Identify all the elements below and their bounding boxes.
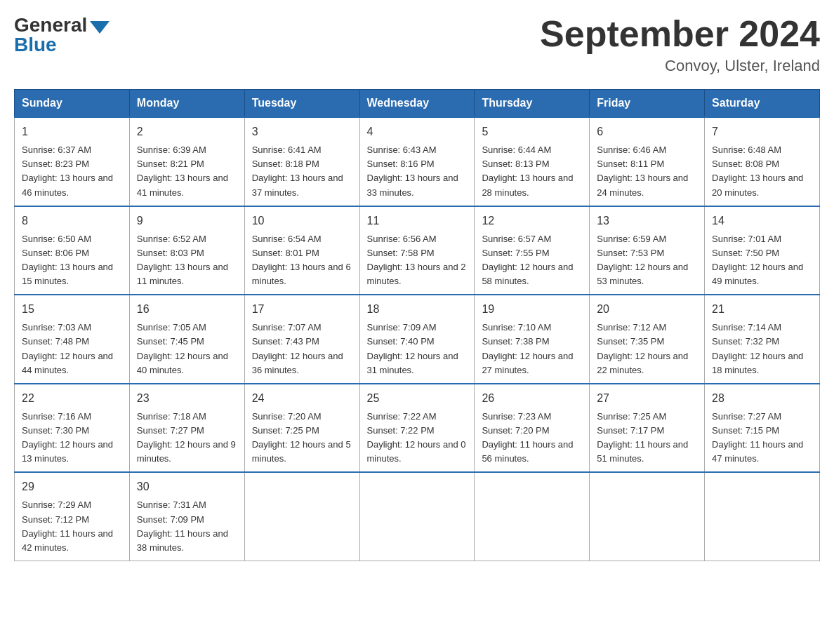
day-number: 20 [597,301,697,318]
calendar-header-sunday: Sunday [15,90,130,118]
calendar-cell [244,472,359,561]
calendar-cell: 16 Sunrise: 7:05 AMSunset: 7:45 PMDaylig… [129,295,244,384]
title-section: September 2024 Convoy, Ulster, Ireland [540,14,820,75]
calendar-cell: 17 Sunrise: 7:07 AMSunset: 7:43 PMDaylig… [244,295,359,384]
day-info: Sunrise: 6:48 AMSunset: 8:08 PMDaylight:… [712,145,803,197]
day-info: Sunrise: 6:43 AMSunset: 8:16 PMDaylight:… [367,145,458,197]
day-number: 2 [137,123,237,140]
day-number: 7 [712,123,812,140]
day-number: 3 [252,123,352,140]
calendar-cell: 7 Sunrise: 6:48 AMSunset: 8:08 PMDayligh… [705,117,820,206]
day-info: Sunrise: 7:27 AMSunset: 7:15 PMDaylight:… [712,411,803,464]
calendar-week-3: 15 Sunrise: 7:03 AMSunset: 7:48 PMDaylig… [15,295,820,384]
calendar-cell: 18 Sunrise: 7:09 AMSunset: 7:40 PMDaylig… [359,295,475,384]
calendar-cell: 5 Sunrise: 6:44 AMSunset: 8:13 PMDayligh… [475,117,590,206]
calendar-header-row: SundayMondayTuesdayWednesdayThursdayFrid… [15,90,820,118]
day-number: 18 [367,301,468,318]
day-number: 6 [597,123,697,140]
day-number: 14 [712,213,812,229]
day-number: 29 [22,478,122,495]
day-info: Sunrise: 6:50 AMSunset: 8:06 PMDaylight:… [22,234,113,286]
calendar-header-saturday: Saturday [705,90,820,118]
location: Convoy, Ulster, Ireland [540,57,820,75]
calendar-header-wednesday: Wednesday [359,90,475,118]
day-info: Sunrise: 7:16 AMSunset: 7:30 PMDaylight:… [22,411,113,464]
day-info: Sunrise: 7:18 AMSunset: 7:27 PMDaylight:… [137,411,236,464]
day-number: 5 [482,123,582,140]
calendar-week-5: 29 Sunrise: 7:29 AMSunset: 7:12 PMDaylig… [15,472,820,561]
day-info: Sunrise: 7:12 AMSunset: 7:35 PMDaylight:… [597,322,688,375]
day-number: 10 [252,213,352,229]
calendar-cell: 6 Sunrise: 6:46 AMSunset: 8:11 PMDayligh… [590,117,705,206]
day-info: Sunrise: 7:09 AMSunset: 7:40 PMDaylight:… [367,322,458,375]
calendar-table: SundayMondayTuesdayWednesdayThursdayFrid… [14,89,820,561]
day-number: 30 [137,478,237,495]
calendar-cell: 13 Sunrise: 6:59 AMSunset: 7:53 PMDaylig… [590,206,705,295]
calendar-cell: 29 Sunrise: 7:29 AMSunset: 7:12 PMDaylig… [15,472,130,561]
day-info: Sunrise: 7:23 AMSunset: 7:20 PMDaylight:… [482,411,573,464]
day-info: Sunrise: 6:54 AMSunset: 8:01 PMDaylight:… [252,234,351,286]
calendar-cell: 22 Sunrise: 7:16 AMSunset: 7:30 PMDaylig… [15,384,130,473]
calendar-header-tuesday: Tuesday [244,90,359,118]
calendar-week-2: 8 Sunrise: 6:50 AMSunset: 8:06 PMDayligh… [15,206,820,295]
day-number: 24 [252,390,352,407]
day-info: Sunrise: 6:37 AMSunset: 8:23 PMDaylight:… [22,145,113,197]
day-info: Sunrise: 7:05 AMSunset: 7:45 PMDaylight:… [137,322,228,375]
day-number: 11 [367,213,468,229]
calendar-cell: 10 Sunrise: 6:54 AMSunset: 8:01 PMDaylig… [244,206,359,295]
calendar-header-thursday: Thursday [475,90,590,118]
day-info: Sunrise: 6:41 AMSunset: 8:18 PMDaylight:… [252,145,343,197]
day-info: Sunrise: 6:57 AMSunset: 7:55 PMDaylight:… [482,234,573,286]
day-info: Sunrise: 6:39 AMSunset: 8:21 PMDaylight:… [137,145,228,197]
logo: General Blue [14,14,110,56]
day-info: Sunrise: 7:22 AMSunset: 7:22 PMDaylight:… [367,411,466,464]
calendar-cell: 12 Sunrise: 6:57 AMSunset: 7:55 PMDaylig… [475,206,590,295]
day-number: 13 [597,213,697,229]
calendar-cell: 1 Sunrise: 6:37 AMSunset: 8:23 PMDayligh… [15,117,130,206]
day-info: Sunrise: 7:14 AMSunset: 7:32 PMDaylight:… [712,322,803,375]
calendar-cell [359,472,475,561]
day-info: Sunrise: 6:52 AMSunset: 8:03 PMDaylight:… [137,234,228,286]
day-number: 17 [252,301,352,318]
day-number: 22 [22,390,122,407]
calendar-cell [475,472,590,561]
day-info: Sunrise: 6:44 AMSunset: 8:13 PMDaylight:… [482,145,573,197]
day-info: Sunrise: 7:31 AMSunset: 7:09 PMDaylight:… [137,499,228,552]
day-number: 4 [367,123,468,140]
day-number: 21 [712,301,812,318]
day-number: 25 [367,390,468,407]
day-info: Sunrise: 6:56 AMSunset: 7:58 PMDaylight:… [367,234,466,286]
day-number: 19 [482,301,582,318]
day-number: 12 [482,213,582,229]
day-number: 28 [712,390,812,407]
calendar-cell: 15 Sunrise: 7:03 AMSunset: 7:48 PMDaylig… [15,295,130,384]
calendar-cell: 25 Sunrise: 7:22 AMSunset: 7:22 PMDaylig… [359,384,475,473]
calendar-cell: 20 Sunrise: 7:12 AMSunset: 7:35 PMDaylig… [590,295,705,384]
calendar-cell: 24 Sunrise: 7:20 AMSunset: 7:25 PMDaylig… [244,384,359,473]
day-number: 26 [482,390,582,407]
calendar-cell: 19 Sunrise: 7:10 AMSunset: 7:38 PMDaylig… [475,295,590,384]
day-info: Sunrise: 7:03 AMSunset: 7:48 PMDaylight:… [22,322,113,375]
calendar-cell: 21 Sunrise: 7:14 AMSunset: 7:32 PMDaylig… [705,295,820,384]
day-number: 1 [22,123,122,140]
day-number: 27 [597,390,697,407]
day-info: Sunrise: 7:10 AMSunset: 7:38 PMDaylight:… [482,322,573,375]
calendar-cell: 9 Sunrise: 6:52 AMSunset: 8:03 PMDayligh… [129,206,244,295]
calendar-cell: 23 Sunrise: 7:18 AMSunset: 7:27 PMDaylig… [129,384,244,473]
month-title: September 2024 [540,14,820,54]
day-number: 9 [137,213,237,229]
calendar-cell: 26 Sunrise: 7:23 AMSunset: 7:20 PMDaylig… [475,384,590,473]
day-info: Sunrise: 6:59 AMSunset: 7:53 PMDaylight:… [597,234,688,286]
calendar-cell: 8 Sunrise: 6:50 AMSunset: 8:06 PMDayligh… [15,206,130,295]
day-number: 23 [137,390,237,407]
page-header: General Blue September 2024 Convoy, Ulst… [14,14,820,75]
logo-arrow-icon [90,21,110,34]
calendar-cell: 3 Sunrise: 6:41 AMSunset: 8:18 PMDayligh… [244,117,359,206]
calendar-cell: 27 Sunrise: 7:25 AMSunset: 7:17 PMDaylig… [590,384,705,473]
day-info: Sunrise: 6:46 AMSunset: 8:11 PMDaylight:… [597,145,688,197]
day-info: Sunrise: 7:29 AMSunset: 7:12 PMDaylight:… [22,499,113,552]
day-info: Sunrise: 7:01 AMSunset: 7:50 PMDaylight:… [712,234,803,286]
logo-blue: Blue [14,34,57,56]
calendar-cell [590,472,705,561]
day-number: 16 [137,301,237,318]
